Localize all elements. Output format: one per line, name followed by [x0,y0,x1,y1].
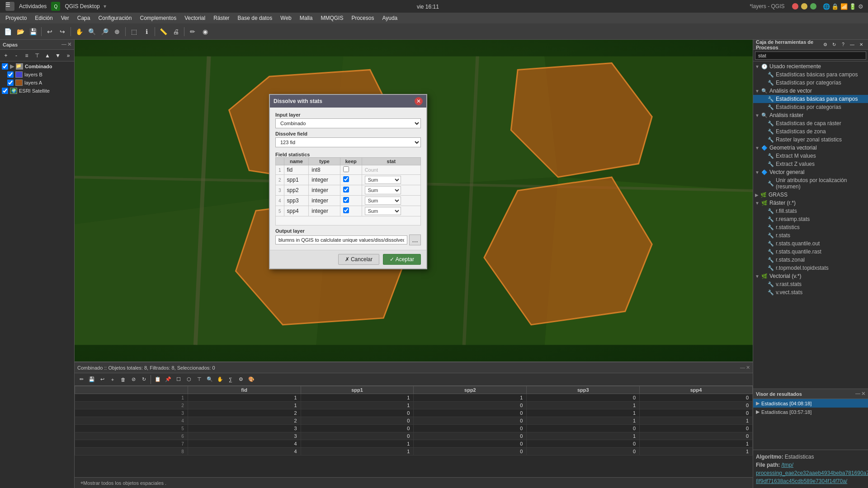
move-up-btn[interactable]: ▲ [42,51,52,61]
dialog-close-button[interactable]: ✕ [415,97,423,105]
tree-section-grass-header[interactable]: ▶ 🌿 GRASS [753,191,868,199]
layer-b-check[interactable] [7,71,14,78]
tools-close-btn[interactable]: ✕ [857,41,865,49]
tree-item-rtopmodel[interactable]: 🔧 r.topmodel.topidxstats [753,264,868,272]
menu-configuracion[interactable]: Configuración [94,14,135,22]
edit-features-btn[interactable]: ✏ [76,375,86,385]
menu-complementos[interactable]: Complementos [136,14,180,22]
layer-a[interactable]: layers A [0,79,74,87]
save-edits-btn[interactable]: 💾 [87,375,97,385]
menu-capa[interactable]: Capa [74,14,94,22]
new-project-btn[interactable]: 📄 [2,26,14,38]
attr-settings-btn[interactable]: ⚙ [236,375,246,385]
add-feature-btn[interactable]: + [108,375,118,385]
tools-refresh-btn[interactable]: ↻ [830,41,838,49]
add-layer-btn[interactable]: + [1,51,11,61]
dissolve-dialog[interactable]: Dissolve with stats ✕ Input layer Combin… [269,94,427,269]
stat-select-5[interactable]: SumCountMean [365,207,401,215]
menu-raster[interactable]: Ráster [210,14,233,22]
tree-item-rstats[interactable]: 🔧 r.stats [753,231,868,239]
row-keep-check-3[interactable] [343,187,349,192]
redo-btn[interactable]: ↪ [57,26,68,38]
stat-select-4[interactable]: SumCountMean [365,197,401,205]
node-btn[interactable]: ◉ [199,26,211,38]
col-header-spp2[interactable]: spp2 [414,386,527,394]
zoom-to-selected-btn[interactable]: 🔍 [205,375,215,385]
tree-item-raster-capa[interactable]: 🔧 Estadísticas de capa ráster [753,119,868,127]
cancel-button[interactable]: ✗ Cancelar [338,254,379,265]
tree-item-estadisticas-basicas[interactable]: 🔧 Estadísticas básicas para campos [753,95,868,103]
discard-edits-btn[interactable]: ↩ [97,375,107,385]
tree-item-rresamp[interactable]: 🔧 r.resamp.stats [753,215,868,223]
col-header-spp1[interactable]: spp1 [301,386,414,394]
output-browse-btn[interactable]: … [409,235,421,245]
undo-btn[interactable]: ↩ [44,26,56,38]
tree-item-estadisticas-categorias-reciente[interactable]: 🔧 Estadísticas por categorías [753,79,868,87]
remove-layer-btn[interactable]: - [11,51,21,61]
tree-item-rstats-qout[interactable]: 🔧 r.stats.quantile.out [753,239,868,248]
maximize-button[interactable] [810,3,816,9]
tree-item-estadisticas-basicas-reciente[interactable]: 🔧 Estadísticas básicas para campos [753,70,868,79]
tree-section-vectorial-v-header[interactable]: ▼ 🌿 Vectorial (v.*) [753,272,868,280]
qgis-taskbar-icon[interactable]: Q [51,2,60,11]
taskbar-activities[interactable]: ☰ [5,2,14,11]
stat-select-2[interactable]: SumCountMean [365,176,401,184]
tree-section-vector-header[interactable]: ▼ 🔍 Análisis de vector [753,87,868,95]
attr-minimize-icon[interactable]: — [740,365,745,371]
measure-btn[interactable]: 📏 [157,26,169,38]
visor-minimize-icon[interactable]: — [855,391,860,397]
col-header-fid[interactable]: fid [188,386,301,394]
input-layer-select[interactable]: Combinado [275,118,421,128]
tree-item-extract-z[interactable]: 🔧 Extract Z values [753,160,868,168]
paste-btn[interactable]: 📌 [163,375,173,385]
tree-item-extract-m[interactable]: 🔧 Extract M values [753,152,868,160]
row-keep-check-4[interactable] [343,197,349,203]
capas-close-icon[interactable]: ✕ [67,42,71,47]
tree-section-geom-header[interactable]: ▼ 🔷 Geometría vectorial [753,144,868,152]
tree-item-raster-zonal[interactable]: 🔧 Raster layer zonal statistics [753,136,868,144]
pan-btn[interactable]: ✋ [73,26,85,38]
refresh-btn[interactable]: ↻ [139,375,149,385]
move-down-btn[interactable]: ▼ [53,51,63,61]
identify-btn[interactable]: ℹ [141,26,152,38]
menu-ver[interactable]: Ver [57,14,73,22]
invert-selection-btn[interactable]: ⬡ [184,375,194,385]
col-header-spp4[interactable]: spp4 [640,386,753,394]
menu-mmqgis[interactable]: MMQGIS [317,14,347,22]
select-btn[interactable]: ⬚ [128,26,140,38]
field-calc-btn[interactable]: ∑ [226,375,236,385]
titlebar-desktop[interactable]: QGIS Desktop [65,3,99,9]
output-layer-input[interactable]: blumns in QGIS to calclulate unique valu… [275,235,407,244]
attr-table-container[interactable]: fid spp1 spp2 spp3 spp4 1111002110103200… [75,386,753,477]
row-keep-check-1[interactable] [343,166,349,172]
tree-item-rfill[interactable]: 🔧 r.fill.stats [753,207,868,215]
tools-minimize-btn[interactable]: — [848,41,856,49]
menu-ayuda[interactable]: Ayuda [378,14,401,22]
open-project-btn[interactable]: 📂 [14,26,26,38]
visor-close-icon[interactable]: ✕ [861,391,865,397]
stat-select-3[interactable]: SumCountMean [365,186,401,194]
tools-help-btn[interactable]: ? [839,41,847,49]
menu-malla[interactable]: Malla [296,14,316,22]
pan-to-selected-btn[interactable]: ✋ [215,375,225,385]
menu-vectorial[interactable]: Vectorial [181,14,209,22]
copy-btn[interactable]: 📋 [153,375,163,385]
menu-procesos[interactable]: Procesos [348,14,377,22]
tree-item-rstats-zonal[interactable]: 🔧 r.stats.zonal [753,256,868,264]
open-attr-btn[interactable]: ≡ [22,51,32,61]
layer-satellite-check[interactable] [2,88,8,94]
layer-b[interactable]: layers B [0,70,74,79]
select-all-btn[interactable]: ☐ [174,375,184,385]
tree-item-unir[interactable]: 🔧 Unir atributos por localización (resum… [753,176,868,191]
menu-basededatos[interactable]: Base de datos [234,14,276,22]
layer-satellite[interactable]: 🌍 ESRI Satellite [0,87,74,95]
conditional-format-btn[interactable]: 🎨 [246,375,256,385]
tree-section-reciente-header[interactable]: ▼ 🕐 Usado recientemente [753,62,868,70]
tree-item-vvect[interactable]: 🔧 v.vect.stats [753,288,868,296]
tree-section-general-header[interactable]: ▼ 🔷 Vector general [753,168,868,176]
zoom-full-btn[interactable]: ⊕ [111,26,123,38]
expand-all-btn[interactable]: » [63,51,73,61]
dissolve-field-select[interactable]: 123 fid [275,137,421,147]
visor-item-2[interactable]: ▶ Estadísticas [03:57:18] [753,408,868,416]
capas-minimize-icon[interactable]: — [61,42,66,47]
